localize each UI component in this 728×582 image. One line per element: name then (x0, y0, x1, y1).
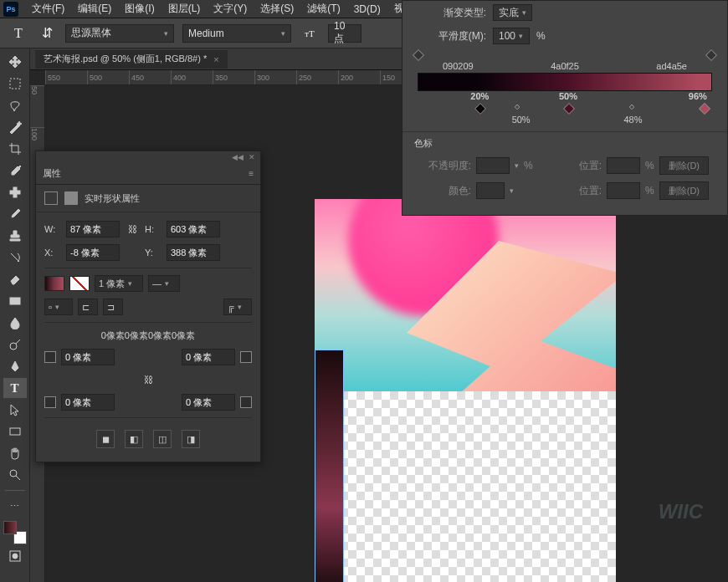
pen-tool[interactable] (3, 356, 27, 376)
heal-tool[interactable] (3, 182, 27, 202)
font-family-dropdown[interactable]: 思源黑体▾ (65, 24, 174, 43)
opacity-label: 不透明度: (421, 159, 471, 173)
caps-dropdown[interactable]: ⊏ (78, 299, 98, 315)
stop-hex-1: 090209 (443, 61, 474, 71)
shape-icon (44, 191, 58, 205)
corner-bl-input[interactable]: 0 像素 (61, 394, 115, 411)
marquee-tool[interactable] (3, 74, 27, 94)
corner-br-input[interactable]: 0 像素 (182, 394, 235, 411)
move-tool[interactable] (3, 52, 27, 72)
position-label-2: 位置: (551, 184, 602, 198)
rectangle-tool[interactable] (3, 421, 27, 442)
dodge-tool[interactable] (3, 334, 27, 355)
magic-wand-tool[interactable] (3, 117, 27, 137)
menu-file[interactable]: 文件(F) (25, 2, 71, 16)
close-tab-icon[interactable]: × (213, 54, 218, 64)
artwork-zigzag (365, 224, 616, 391)
corner-tr-check[interactable] (240, 351, 252, 363)
eyedropper-tool[interactable] (3, 161, 27, 181)
opacity-stop-left[interactable] (413, 49, 424, 61)
color-swatch-input[interactable] (476, 182, 505, 199)
grad-type-dropdown[interactable]: 实底▾ (493, 4, 532, 21)
delete-color-stop[interactable]: 删除(D) (659, 181, 709, 200)
opacity-stop-right[interactable] (705, 49, 717, 61)
menu-edit[interactable]: 编辑(E) (71, 2, 118, 16)
corner-tl-check[interactable] (44, 351, 56, 363)
corner-tl-input[interactable]: 0 像素 (61, 349, 115, 365)
app-logo: Ps (3, 2, 18, 17)
menu-layer[interactable]: 图层(L) (161, 2, 208, 16)
delete-opacity-stop[interactable]: 删除(D) (659, 156, 709, 175)
corners-summary: 0像素0像素0像素0像素 (44, 329, 252, 342)
smooth-input[interactable]: 100▾ (493, 28, 530, 44)
menu-type[interactable]: 文字(Y) (207, 2, 254, 16)
gradient-tool[interactable] (3, 291, 27, 311)
stroke-swatch[interactable] (69, 276, 90, 291)
caps2-dropdown[interactable]: ⊐ (103, 299, 123, 315)
link-wh-icon[interactable]: ⛓ (125, 222, 140, 237)
opacity-input[interactable] (476, 157, 510, 174)
stop-pct-3: 96% (689, 91, 707, 101)
fill-swatch[interactable] (44, 276, 64, 291)
menu-filter[interactable]: 滤镜(T) (300, 2, 346, 16)
color-stop-1[interactable] (474, 103, 486, 115)
corner-bl-check[interactable] (44, 396, 56, 408)
stop-hex-3: ad4a5e (656, 61, 687, 71)
height-label: H: (145, 224, 161, 234)
svg-rect-3 (10, 298, 20, 304)
type-tool[interactable]: T (3, 378, 27, 398)
collapse-icon[interactable]: ◀◀ (232, 153, 244, 161)
pathop-intersect[interactable]: ◫ (153, 430, 172, 448)
grad-type-label: 渐变类型: (411, 6, 486, 20)
path-select-tool[interactable] (3, 400, 27, 420)
text-orient-icon[interactable]: ⇵ (37, 23, 57, 43)
height-input[interactable]: 603 像素 (167, 221, 220, 237)
hand-tool[interactable] (3, 443, 27, 463)
quickmask-tool[interactable] (3, 546, 27, 566)
stroke-width-dropdown[interactable]: 1 像素▾ (95, 275, 143, 292)
align-dropdown[interactable]: ▫▾ (44, 299, 73, 315)
artboard[interactable] (315, 199, 616, 582)
zoom-tool[interactable] (3, 465, 27, 485)
blur-tool[interactable] (3, 313, 27, 333)
brush-tool[interactable] (3, 204, 27, 224)
color-stop-3[interactable] (699, 103, 710, 115)
menu-select[interactable]: 选择(S) (254, 2, 300, 16)
crop-tool[interactable] (3, 139, 27, 159)
font-weight-dropdown[interactable]: Medium▾ (182, 24, 291, 43)
y-input[interactable]: 388 像素 (167, 244, 220, 261)
color-swatches[interactable] (3, 521, 27, 544)
corner-tr-input[interactable]: 0 像素 (182, 349, 235, 365)
stamp-tool[interactable] (3, 226, 27, 246)
menu-image[interactable]: 图像(I) (118, 2, 161, 16)
edit-toolbar[interactable]: ⋯ (3, 496, 27, 516)
pathop-subtract[interactable]: ◧ (125, 430, 143, 448)
gradient-bar[interactable] (418, 73, 712, 91)
position-label-1: 位置: (551, 159, 602, 173)
stops-section-label: 色标 (411, 137, 719, 153)
corner-dropdown[interactable]: ╔▾ (223, 299, 252, 315)
lasso-tool[interactable] (3, 95, 27, 115)
link-corners-icon[interactable]: ⛓ (141, 372, 156, 387)
font-size-dropdown[interactable]: 10 点 (328, 24, 361, 43)
eraser-tool[interactable] (3, 269, 27, 289)
stroke-style-dropdown[interactable]: —▾ (148, 275, 180, 292)
panel-controls: ◀◀ ✕ (36, 151, 260, 163)
color-stop-2[interactable] (563, 103, 575, 115)
document-tab[interactable]: 艺术海报.psd @ 50% (侧面1, RGB/8#) * × (35, 50, 228, 69)
x-input[interactable]: -8 像素 (66, 244, 120, 261)
color-pos-input[interactable] (607, 182, 640, 199)
selected-shape[interactable] (315, 350, 344, 582)
close-icon[interactable]: ✕ (249, 153, 255, 161)
menu-3d[interactable]: 3D(D) (347, 3, 387, 15)
y-label: Y: (145, 248, 161, 258)
corner-br-check[interactable] (240, 396, 252, 408)
opacity-pos-input[interactable] (607, 157, 640, 174)
pathop-combine[interactable]: ◼ (96, 430, 115, 448)
font-size-icon: тT (300, 23, 320, 43)
width-input[interactable]: 87 像素 (66, 221, 120, 237)
panel-title: 属性 (43, 167, 61, 180)
history-brush-tool[interactable] (3, 248, 27, 268)
panel-menu-icon[interactable]: ≡ (249, 169, 254, 178)
pathop-exclude[interactable]: ◨ (182, 430, 200, 448)
